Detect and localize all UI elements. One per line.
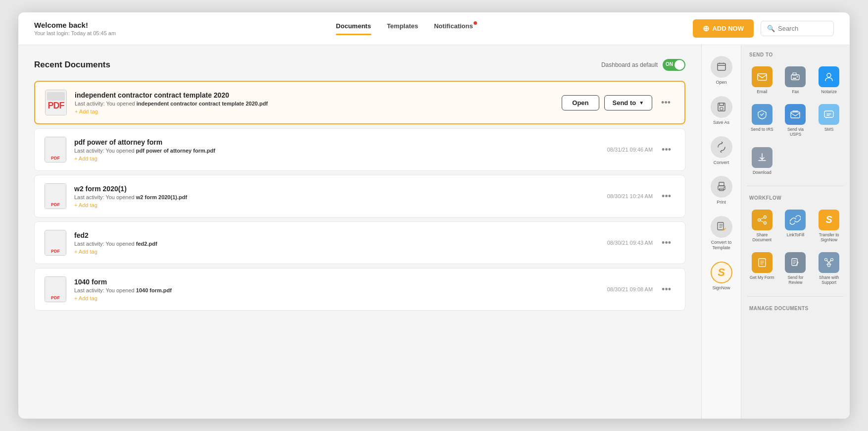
- svg-rect-4: [718, 186, 725, 190]
- doc-actions: Open Send to ▼ •••: [562, 95, 675, 110]
- share-document-label: Share Document: [748, 232, 776, 242]
- content-area: Recent Documents Dashboard as default ON…: [18, 45, 701, 419]
- right-panel: SEND TO Email: [741, 45, 850, 419]
- panel-transfer-signnow[interactable]: S Transfer to SignNow: [813, 206, 845, 246]
- doc-actions: 08/30/21 10:24 AM •••: [598, 189, 675, 204]
- dashboard-toggle-row: Dashboard as default ON: [601, 59, 685, 71]
- save-as-icon: [711, 96, 732, 118]
- document-item: PDF 1040 form Last activity: You opened …: [34, 268, 685, 311]
- svg-rect-3: [719, 182, 724, 186]
- panel-download[interactable]: Download: [746, 143, 778, 179]
- doc-actions: 08/31/21 09:46 AM •••: [598, 143, 675, 157]
- doc-thumbnail: PDF: [45, 137, 66, 162]
- signnow-icon: S: [711, 262, 732, 283]
- document-item: PDF pdf power of attorney form Last acti…: [34, 128, 685, 171]
- svg-point-6: [723, 187, 724, 188]
- open-button[interactable]: Open: [562, 95, 599, 110]
- doc-date: 08/30/21 09:08 AM: [598, 286, 653, 292]
- convert-icon: [711, 136, 732, 158]
- add-tag[interactable]: + Add tag: [75, 108, 554, 114]
- action-icons-column: Open Save As: [701, 45, 741, 419]
- search-input[interactable]: [778, 25, 827, 32]
- add-tag[interactable]: + Add tag: [74, 156, 590, 162]
- tab-notifications[interactable]: Notifications: [434, 22, 473, 35]
- linktofill-label: LinkToFill: [787, 232, 804, 237]
- send-review-icon: [785, 252, 806, 273]
- panel-get-my-form[interactable]: Get My Form: [746, 248, 778, 289]
- add-tag[interactable]: + Add tag: [74, 249, 590, 255]
- doc-name: pdf power of attorney form: [74, 138, 590, 146]
- action-open[interactable]: Open: [705, 53, 738, 88]
- header-left: Welcome back! Your last login: Today at …: [34, 21, 116, 36]
- svg-point-21: [825, 259, 827, 261]
- panel-send-to-irs[interactable]: Send to IRS: [746, 100, 778, 141]
- more-options-button[interactable]: •••: [658, 282, 675, 297]
- more-options-button[interactable]: •••: [658, 143, 675, 157]
- header-nav: Documents Templates Notifications: [336, 22, 473, 35]
- svg-point-13: [827, 73, 831, 77]
- irs-icon: [752, 104, 772, 125]
- doc-actions: 08/30/21 09:08 AM •••: [598, 282, 675, 297]
- svg-point-17: [758, 218, 760, 221]
- sms-label: SMS: [824, 127, 833, 132]
- panel-fax[interactable]: Fax: [780, 62, 812, 98]
- panel-send-via-usps[interactable]: Send via USPS: [780, 100, 812, 141]
- dashboard-toggle[interactable]: ON: [663, 59, 685, 71]
- action-save-as[interactable]: Save As: [705, 93, 738, 128]
- share-support-label: Share with Support: [815, 275, 843, 285]
- chevron-down-icon: ▼: [639, 100, 644, 106]
- download-icon: [752, 147, 772, 168]
- doc-date: 08/30/21 10:24 AM: [598, 193, 653, 199]
- search-icon: 🔍: [767, 25, 775, 32]
- share-document-icon: [752, 210, 772, 230]
- action-signnow[interactable]: S SignNow: [705, 259, 738, 294]
- panel-email[interactable]: Email: [746, 62, 778, 98]
- get-my-form-icon: [752, 252, 772, 273]
- document-item-highlighted: PDF independent contractor contract temp…: [34, 81, 685, 124]
- dashboard-label: Dashboard as default: [601, 61, 658, 68]
- tab-documents[interactable]: Documents: [336, 22, 371, 35]
- action-convert[interactable]: Convert: [705, 133, 738, 168]
- doc-info: independent contractor contract template…: [75, 91, 554, 114]
- doc-thumbnail: PDF: [45, 90, 67, 115]
- sms-icon: [819, 104, 839, 125]
- manage-title: MANAGE DOCUMENTS: [741, 299, 850, 314]
- fax-label: Fax: [792, 89, 799, 94]
- panel-share-document[interactable]: Share Document: [746, 206, 778, 246]
- send-to-button[interactable]: Send to ▼: [604, 95, 653, 110]
- doc-thumbnail: PDF: [45, 276, 66, 302]
- doc-activity: Last activity: You opened 1040 form.pdf: [74, 287, 590, 293]
- doc-info: w2 form 2020(1) Last activity: You opene…: [74, 185, 590, 208]
- action-convert-template[interactable]: Convert to Template: [705, 213, 738, 254]
- more-options-button[interactable]: •••: [658, 236, 675, 250]
- doc-name: fed2: [74, 231, 590, 239]
- print-label: Print: [717, 200, 726, 205]
- irs-label: Send to IRS: [751, 127, 773, 132]
- notarize-icon: [819, 66, 839, 87]
- transfer-signnow-icon: S: [819, 210, 839, 230]
- panel-share-with-support[interactable]: Share with Support: [813, 248, 845, 289]
- doc-thumbnail: PDF: [45, 183, 66, 209]
- search-box: 🔍: [761, 21, 834, 36]
- panel-notarize[interactable]: Notarize: [813, 62, 845, 98]
- more-options-button[interactable]: •••: [658, 189, 675, 204]
- convert-label: Convert: [714, 160, 729, 165]
- doc-info: 1040 form Last activity: You opened 1040…: [74, 278, 590, 301]
- panel-send-for-review[interactable]: Send for Review: [780, 248, 812, 289]
- doc-thumbnail: PDF: [45, 230, 66, 256]
- panel-sms[interactable]: SMS: [813, 100, 845, 141]
- svg-rect-14: [791, 112, 800, 118]
- document-item: PDF w2 form 2020(1) Last activity: You o…: [34, 175, 685, 217]
- add-tag[interactable]: + Add tag: [74, 202, 590, 208]
- tab-templates[interactable]: Templates: [387, 22, 418, 35]
- panel-linktofill[interactable]: LinkToFill: [780, 206, 812, 246]
- add-tag[interactable]: + Add tag: [74, 295, 590, 301]
- document-item: PDF fed2 Last activity: You opened fed2.…: [34, 221, 685, 264]
- send-to-grid: Email Fax: [741, 60, 850, 184]
- doc-date: 08/31/21 09:46 AM: [598, 147, 653, 153]
- add-now-button[interactable]: ⊕ ADD NOW: [693, 19, 754, 38]
- doc-date: 08/30/21 09:43 AM: [598, 240, 653, 246]
- more-options-button[interactable]: •••: [657, 96, 675, 110]
- action-print[interactable]: Print: [705, 173, 738, 208]
- svg-rect-2: [720, 108, 723, 110]
